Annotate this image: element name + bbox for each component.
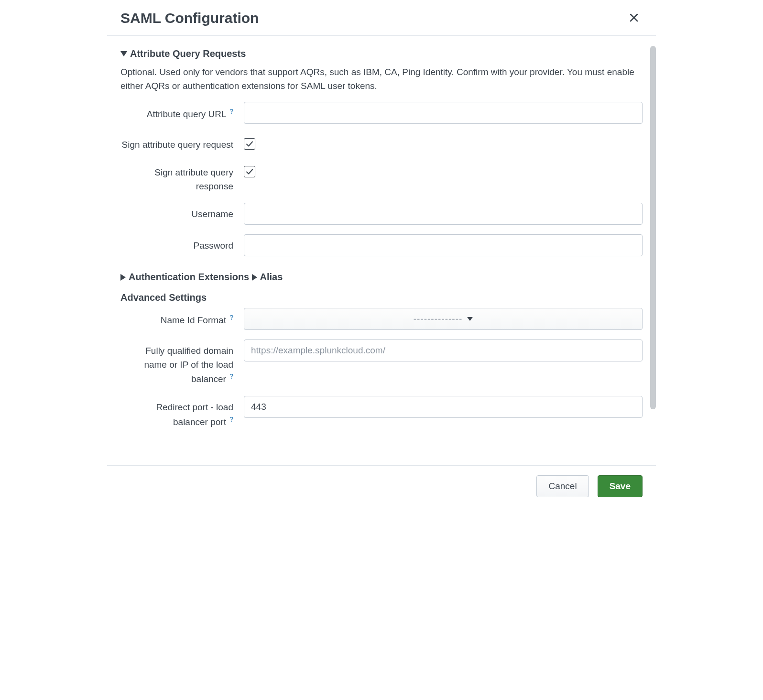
close-button[interactable] [625,10,643,27]
label-name-id-format: Name Id Format ? [120,308,244,328]
section-toggle-alias[interactable]: Alias [252,272,283,283]
row-username: Username [120,203,643,225]
row-fqdn: Fully qualified domain name or IP of the… [120,339,643,386]
modal-body: Attribute Query Requests Optional. Used … [107,36,656,465]
username-input[interactable] [244,203,643,225]
password-input[interactable] [244,234,643,256]
section-title-auth-ext: Authentication Extensions [129,272,249,283]
check-icon [246,140,253,148]
label-sign-request: Sign attribute query request [120,133,244,152]
redirect-port-input[interactable] [244,396,643,418]
caret-right-icon [252,274,257,281]
modal-header: SAML Configuration [107,0,656,36]
check-icon [246,168,253,175]
fqdn-input[interactable] [244,339,643,361]
section-toggle-auth-ext[interactable]: Authentication Extensions [120,272,249,283]
help-icon[interactable]: ? [229,108,233,115]
cancel-button[interactable]: Cancel [536,475,589,497]
section-desc-aqr: Optional. Used only for vendors that sup… [120,65,643,93]
row-password: Password [120,234,643,256]
label-password: Password [120,234,244,253]
name-id-format-select[interactable]: -------------- [244,308,643,330]
help-icon[interactable]: ? [229,372,233,380]
row-name-id-format: Name Id Format ? -------------- [120,308,643,330]
row-sign-request: Sign attribute query request [120,133,643,152]
name-id-format-value: -------------- [414,314,463,324]
modal-title: SAML Configuration [120,10,259,26]
caret-right-icon [120,274,126,281]
row-redirect-port: Redirect port - load balancer port ? [120,396,643,429]
saml-config-modal: SAML Configuration Attribute Query Reque… [107,0,656,507]
attribute-query-url-input[interactable] [244,102,643,124]
chevron-down-icon [467,317,473,321]
section-title-aqr: Attribute Query Requests [130,48,246,59]
caret-down-icon [120,51,127,56]
section-title-alias: Alias [260,272,283,283]
row-attribute-query-url: Attribute query URL ? [120,102,643,124]
help-icon[interactable]: ? [229,314,233,321]
modal-footer: Cancel Save [107,465,656,507]
sign-request-checkbox[interactable] [244,138,255,150]
help-icon[interactable]: ? [229,416,233,423]
label-username: Username [120,203,244,221]
label-fqdn: Fully qualified domain name or IP of the… [120,339,244,386]
close-icon [629,13,639,22]
section-toggle-aqr[interactable]: Attribute Query Requests [120,48,246,59]
save-button[interactable]: Save [598,475,643,497]
sign-response-checkbox[interactable] [244,166,255,177]
section-title-advanced: Advanced Settings [120,292,643,303]
label-attribute-query-url: Attribute query URL ? [120,102,244,121]
label-redirect-port: Redirect port - load balancer port ? [120,396,244,429]
row-sign-response: Sign attribute query response [120,161,643,193]
label-sign-response: Sign attribute query response [120,161,244,193]
scrollbar[interactable] [650,46,656,409]
